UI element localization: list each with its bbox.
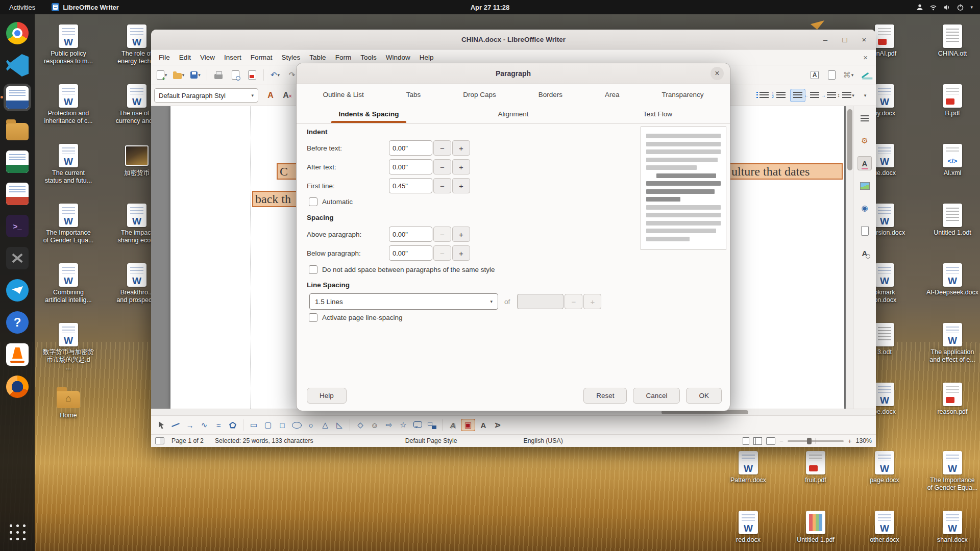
dock-vscode-icon[interactable] — [4, 52, 31, 79]
insert-frame-icon[interactable]: ▣ — [461, 419, 475, 431]
first-line-increase-button[interactable]: + — [452, 178, 470, 193]
style-inspector-deck-icon[interactable]: A — [857, 246, 872, 260]
insert-page-break-button[interactable] — [824, 68, 839, 82]
symbol-shapes-icon[interactable]: ☺ — [369, 419, 381, 431]
clone-formatting-button[interactable]: A — [263, 89, 278, 102]
dock-music-icon[interactable] — [4, 373, 31, 400]
no-space-checkbox[interactable] — [309, 265, 317, 274]
undo-button[interactable]: ↶▾ — [267, 68, 283, 82]
page-style-status[interactable]: Default Page Style — [405, 437, 457, 444]
select-cursor-icon[interactable] — [155, 419, 167, 431]
open-file-button[interactable]: ▾ — [171, 68, 186, 82]
navigator-deck-icon[interactable]: ◉ — [857, 201, 872, 215]
block-arrows-icon[interactable]: ⇨ — [383, 419, 395, 431]
user-icon[interactable] — [916, 4, 923, 11]
menu-view[interactable]: View — [195, 52, 219, 63]
decrease-indent-button[interactable] — [807, 89, 822, 102]
page-deck-icon[interactable] — [857, 223, 872, 238]
power-icon[interactable] — [957, 4, 964, 11]
above-paragraph-increase-button[interactable]: + — [452, 227, 470, 242]
sidebar-toggle-icon[interactable] — [155, 437, 164, 444]
save-button[interactable]: ▾ — [188, 68, 203, 82]
zoom-level[interactable]: 130% — [856, 437, 872, 444]
desktop-icon[interactable]: Pattern.docx — [722, 451, 775, 484]
tab-transparency[interactable]: Transparency — [658, 89, 706, 101]
callout-shapes-icon[interactable] — [411, 419, 424, 431]
line-spacing-button[interactable]: ▾ — [841, 89, 856, 102]
desktop-icon[interactable]: AI-Deepseek.docx — [926, 263, 979, 296]
dock-terminal-icon[interactable]: >_ — [4, 212, 31, 240]
insert-field-button[interactable]: ⌘▾ — [841, 68, 856, 82]
desktop-icon[interactable]: B.pdf — [926, 84, 979, 117]
insert-text-box-icon[interactable]: A — [477, 419, 489, 431]
volume-icon[interactable] — [943, 4, 950, 11]
help-button[interactable]: Help — [307, 388, 347, 404]
menu-format[interactable]: Format — [246, 52, 277, 63]
freeform-line-icon[interactable]: ≈ — [212, 419, 225, 431]
close-document-icon[interactable]: × — [858, 53, 873, 62]
desktop-icon[interactable]: shanl.docx — [926, 511, 979, 544]
reset-button[interactable]: Reset — [583, 388, 627, 404]
menu-insert[interactable]: Insert — [219, 52, 246, 63]
zoom-in-icon[interactable]: + — [848, 437, 852, 445]
menu-file[interactable]: File — [154, 52, 175, 63]
clock[interactable]: Apr 27 11:28 — [0, 4, 980, 11]
ok-button[interactable]: OK — [686, 388, 722, 404]
below-paragraph-increase-button[interactable]: + — [452, 245, 470, 261]
insert-line-icon[interactable] — [169, 419, 182, 431]
desktop-icon[interactable]: Public policy responses to m... — [42, 24, 95, 65]
desktop-icon[interactable]: The current status and futu... — [42, 144, 95, 185]
gallery-deck-icon[interactable] — [857, 179, 872, 193]
insert-text-box-button[interactable]: A — [807, 68, 822, 82]
tab-area[interactable]: Area — [602, 89, 623, 101]
unordered-list-button[interactable] — [756, 89, 772, 102]
dock-impress-icon[interactable] — [4, 180, 31, 208]
paragraph-style-combo[interactable]: Default Paragraph Styl ▾ — [154, 88, 258, 103]
cancel-button[interactable]: Cancel — [633, 388, 680, 404]
ordered-list-button[interactable] — [773, 89, 789, 102]
page-line-spacing-checkbox[interactable] — [309, 313, 317, 322]
desktop-icon-home[interactable]: Home — [42, 386, 95, 419]
after-text-increase-button[interactable]: + — [452, 159, 470, 174]
first-line-decrease-button[interactable]: − — [433, 178, 451, 193]
maximize-button[interactable]: □ — [839, 34, 850, 45]
ellipse-icon[interactable] — [290, 419, 303, 431]
curve-icon[interactable]: ∿ — [198, 419, 210, 431]
rounded-rectangle-icon[interactable]: ▢ — [262, 419, 274, 431]
triangle-icon[interactable]: △ — [319, 419, 331, 431]
desktop-icon[interactable]: other.docx — [858, 511, 911, 544]
dock-files-icon[interactable] — [4, 116, 31, 143]
no-space-checkbox-row[interactable]: Do not add space between paragraphs of t… — [309, 264, 495, 275]
menu-window[interactable]: Window — [381, 52, 415, 63]
menu-styles[interactable]: Styles — [277, 52, 305, 63]
activities-button[interactable]: Activities — [0, 0, 44, 14]
menu-help[interactable]: Help — [415, 52, 438, 63]
desktop-icon[interactable]: 数字货币与加密货 币市场的兴起.d ... — [42, 323, 95, 371]
desktop-icon[interactable]: AI.xml — [926, 144, 979, 177]
dock-vlc-icon[interactable] — [4, 341, 31, 368]
above-paragraph-input[interactable] — [389, 227, 432, 242]
styles-deck-icon[interactable]: A — [857, 156, 872, 170]
network-icon[interactable] — [929, 4, 937, 11]
after-text-input[interactable] — [389, 159, 432, 174]
basic-shapes-icon[interactable]: ◇ — [354, 419, 366, 431]
line-spacing-dropdown[interactable]: 1.5 Lines ▾ — [309, 293, 498, 310]
desktop-icon[interactable]: CHINA.ott — [926, 24, 979, 58]
before-text-increase-button[interactable]: + — [452, 140, 470, 156]
word-count-status[interactable]: Selected: 25 words, 133 characters — [215, 437, 313, 444]
print-preview-button[interactable] — [228, 68, 243, 82]
square-icon[interactable]: □ — [276, 419, 288, 431]
automatic-checkbox-row[interactable]: Automatic — [309, 196, 353, 207]
draw-functions-button[interactable] — [857, 68, 873, 82]
vertical-text-icon[interactable]: A — [492, 419, 504, 431]
single-page-view-icon[interactable] — [743, 437, 749, 445]
flowchart-shapes-icon[interactable] — [426, 419, 438, 431]
system-tray[interactable]: ▾ — [916, 4, 980, 11]
combo-chevron-icon[interactable]: ▾ — [251, 93, 254, 98]
dialog-close-icon[interactable]: × — [710, 67, 724, 80]
after-text-decrease-button[interactable]: − — [433, 159, 451, 174]
stars-banners-icon[interactable]: ☆ — [397, 419, 409, 431]
right-triangle-icon[interactable]: ◺ — [333, 419, 346, 431]
zoom-slider[interactable] — [788, 440, 844, 442]
polygon-icon[interactable] — [227, 419, 239, 431]
